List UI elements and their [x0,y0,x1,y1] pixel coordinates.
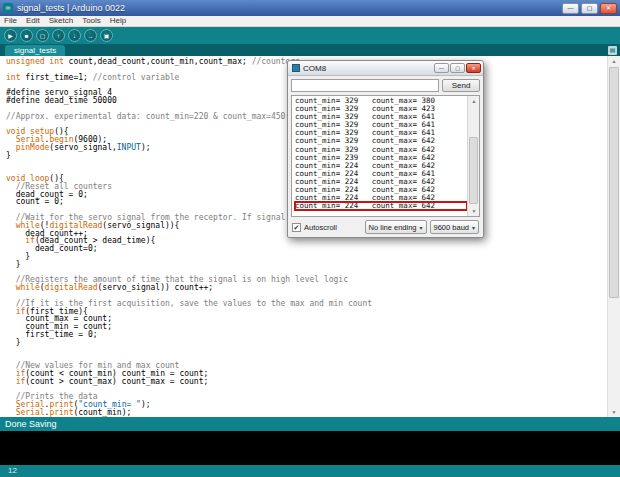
editor-scrollbar[interactable]: ▲ ▼ [607,56,620,417]
line-ending-value: No line ending [369,223,417,232]
arduino-app-icon: ∞ [3,3,13,13]
code-line: } [6,253,607,261]
line-indicator: 12 [8,466,17,475]
status-message: Done Saving [5,419,57,429]
window-controls: — ▢ ✕ [562,3,617,14]
scroll-down-icon[interactable]: ▼ [468,206,480,216]
menu-bar: FileEditSketchToolsHelp [0,16,620,27]
baud-rate-value: 9600 baud [434,223,469,232]
serial-minimize-button[interactable]: — [434,63,449,73]
serial-input[interactable] [291,79,439,92]
window-title: signal_tests | Arduino 0022 [17,3,558,13]
new-sketch-icon: ▢ [38,31,47,40]
upload-icon: → [86,31,95,40]
autoscroll-checkbox[interactable]: ✔ [292,223,301,232]
scroll-down-icon[interactable]: ▼ [608,407,620,417]
menu-help[interactable]: Help [110,16,126,26]
code-line: first_time = 0; [6,331,607,339]
chevron-down-icon: ▾ [472,224,475,231]
toolbar: ▶■▢↑↓→▣ [0,27,620,44]
open-icon: ↑ [54,31,63,40]
footer-strip: 12 [0,465,620,477]
serial-monitor-window: COM8 — ▢ ✕ Send count_min= 329 count_max… [287,60,484,238]
console-output [0,431,620,465]
menu-sketch[interactable]: Sketch [49,16,73,26]
window-titlebar: ∞ signal_tests | Arduino 0022 — ▢ ✕ [0,0,620,16]
menu-file[interactable]: File [4,16,17,26]
code-line: while(digitalRead(servo_signal)) count++… [6,284,607,292]
send-button[interactable]: Send [442,79,480,92]
editor-scrollbar-thumb[interactable] [609,67,619,298]
serial-monitor-title: COM8 [303,64,433,73]
serial-monitor-titlebar[interactable]: COM8 — ▢ ✕ [288,61,483,76]
stop-button[interactable]: ■ [20,29,33,42]
code-line [6,346,607,354]
open-button[interactable]: ↑ [52,29,65,42]
tab-bar: signal_tests ▤ [0,44,620,56]
code-line: Serial.print(count_min); [6,409,607,417]
save-icon: ↓ [70,31,79,40]
serial-row-highlighted: count_min= 224 count_max= 642 [295,202,467,210]
autoscroll-label: Autoscroll [304,223,337,232]
serial-maximize-button[interactable]: ▢ [450,63,465,73]
tab-signal-tests[interactable]: signal_tests [5,45,65,56]
menu-tools[interactable]: Tools [82,16,101,26]
baud-rate-dropdown[interactable]: 9600 baud ▾ [430,220,479,234]
serial-bottom-bar: ✔ Autoscroll No line ending ▾ 9600 baud … [288,217,483,237]
serial-window-icon [292,64,300,72]
serial-output: count_min= 329 count_max= 380count_min= … [292,96,467,216]
arduino-ide-window: ∞ signal_tests | Arduino 0022 — ▢ ✕ File… [0,0,620,477]
serial-scrollbar-thumb[interactable] [469,137,478,204]
menu-edit[interactable]: Edit [26,16,40,26]
minimize-button[interactable]: — [562,3,579,14]
code-line: } [6,339,607,347]
code-line: if(count > count_max) count_max = count; [6,378,607,386]
close-button[interactable]: ✕ [600,3,617,14]
code-line: //If it is the first acquisition, save t… [6,300,607,308]
verify-icon: ▶ [6,31,15,40]
verify-button[interactable]: ▶ [4,29,17,42]
stop-icon: ■ [22,31,31,40]
serial-monitor-button[interactable]: ▣ [100,29,113,42]
serial-monitor-icon: ▣ [102,31,111,40]
line-ending-dropdown[interactable]: No line ending ▾ [365,220,427,234]
serial-scrollbar[interactable]: ▲ ▼ [467,96,479,216]
upload-button[interactable]: → [84,29,97,42]
tab-menu-button[interactable]: ▤ [608,46,617,55]
new-sketch-button[interactable]: ▢ [36,29,49,42]
scroll-up-icon[interactable]: ▲ [608,56,620,66]
code-line: } [6,261,607,269]
serial-close-button[interactable]: ✕ [466,63,481,73]
status-bar: Done Saving [0,417,620,431]
chevron-down-icon: ▾ [420,224,423,231]
code-line: dead_count=0; [6,245,607,253]
serial-send-row: Send [288,76,483,95]
save-button[interactable]: ↓ [68,29,81,42]
serial-output-wrap: count_min= 329 count_max= 380count_min= … [291,95,480,217]
maximize-button[interactable]: ▢ [581,3,598,14]
scroll-up-icon[interactable]: ▲ [468,96,480,106]
